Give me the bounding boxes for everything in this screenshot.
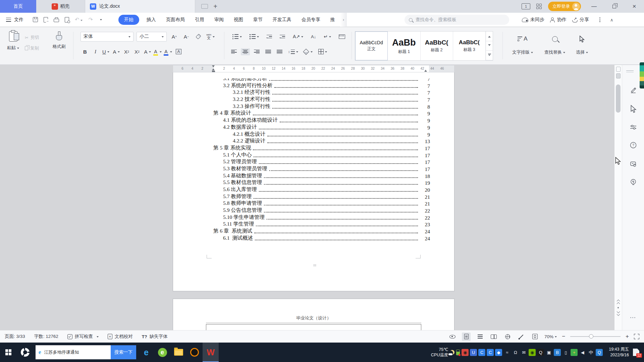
mail-icon[interactable]: ✉ — [520, 349, 527, 356]
style-option[interactable]: AaBbCcDd正文 — [355, 32, 388, 60]
proofread-button[interactable]: ✕文档校对 — [108, 334, 133, 340]
ie-browser-icon[interactable]: e — [138, 343, 154, 362]
distribute-button[interactable] — [275, 48, 284, 55]
web-view-button[interactable] — [503, 333, 512, 341]
find-replace-button[interactable]: 查找替换 — [539, 31, 570, 55]
align-left-button[interactable] — [229, 48, 238, 55]
ime-icon[interactable]: 中 — [587, 349, 594, 356]
save-icon[interactable] — [33, 17, 38, 22]
highlight-color-button[interactable]: A — [153, 47, 162, 57]
toc-entry[interactable]: 第 5 章 系统实现17 — [213, 144, 430, 152]
toc-entry[interactable]: 5.11 学生管理23 — [213, 221, 430, 228]
borders-button[interactable] — [317, 48, 329, 56]
sync-status[interactable]: 未同步 — [522, 17, 544, 23]
subscript-button[interactable]: X2 — [132, 47, 142, 57]
quick-style-pen-icon[interactable] — [629, 86, 638, 95]
qq-pinyin-icon[interactable]: Q — [596, 349, 603, 356]
line-spacing-button[interactable]: ↕ — [286, 48, 300, 55]
toc-entry[interactable]: 5.6 出入库管理20 — [213, 186, 430, 193]
text-effects-button[interactable]: A — [143, 47, 152, 57]
copy-button[interactable]: 复制 — [25, 45, 39, 51]
minimize-button[interactable]: — — [587, 0, 601, 13]
browser-360-safe-icon[interactable] — [17, 343, 34, 362]
sidebar-handle-icon[interactable] — [626, 70, 634, 72]
style-scroll-down-icon[interactable] — [486, 41, 493, 51]
character-border-button[interactable]: A — [174, 47, 183, 57]
usb-tool-icon[interactable]: U — [470, 349, 477, 356]
taskbar-clock[interactable]: 19:43 周五 2022/9/16 — [609, 347, 629, 358]
wps-writer-icon[interactable]: W — [203, 343, 219, 362]
toc-entry[interactable]: 6.1 测试概述24 — [213, 235, 430, 242]
toc-entry[interactable]: 5.8 教师申请管理21 — [213, 200, 430, 207]
style-option[interactable]: AaBb标题 1 — [388, 32, 420, 60]
next-page-icon[interactable] — [616, 313, 620, 316]
toc-entry[interactable]: 5.7 教师管理21 — [213, 193, 430, 200]
toc-entry[interactable]: 4.1 系统的总体功能设计9 — [213, 117, 430, 124]
tab-ruler-button[interactable] — [337, 33, 347, 40]
page-view-button[interactable] — [462, 333, 471, 341]
zoom-slider[interactable] — [570, 336, 621, 337]
toc-entry[interactable]: 3.2.1 经济可行性7 — [213, 89, 430, 96]
style-scroll-up-icon[interactable] — [486, 32, 493, 41]
feedback-icon[interactable] — [629, 160, 638, 168]
align-right-button[interactable] — [252, 48, 261, 55]
format-painter-button[interactable]: 格式刷 — [50, 31, 68, 50]
missing-font-button[interactable]: T?缺失字体 — [142, 334, 168, 340]
hanging-indent-marker[interactable] — [212, 67, 215, 70]
undo-icon[interactable]: ↶ — [75, 16, 83, 23]
tab-docer[interactable]: ” 稻壳 — [36, 0, 85, 13]
style-more-icon[interactable] — [486, 51, 493, 60]
style-option[interactable]: AaBbC(标题 3 — [453, 32, 486, 60]
toc-entry[interactable]: 4.2.2 逻辑设计13 — [213, 138, 430, 145]
health-shield-icon[interactable]: + — [571, 349, 578, 356]
toc-entry[interactable]: 3.1 系统的需求分析7 — [213, 78, 430, 82]
document-page-3[interactable]: 3.1 系统的需求分析73.2 系统的可行性分析73.2.1 经济可行性73.2… — [173, 72, 454, 291]
zoom-level-select[interactable]: 70% — [544, 334, 557, 339]
ribbon-tab-dev-tools[interactable]: 开发工具 — [268, 13, 297, 27]
toc-entry[interactable]: 5.9 公告信息管理22 — [213, 207, 430, 214]
zoom-slider-thumb[interactable] — [589, 334, 593, 339]
ribbon-tab-view[interactable]: 视图 — [229, 13, 248, 27]
scrollbar-thumb[interactable] — [616, 84, 621, 113]
ribbon-tab-references[interactable]: 引用 — [190, 13, 209, 27]
read-view-button[interactable] — [489, 333, 498, 341]
toc-entry[interactable]: 3.2.2 技术可行性7 — [213, 96, 430, 103]
print-icon[interactable] — [54, 19, 59, 22]
volume-icon[interactable]: ◀ — [579, 349, 586, 356]
word-count[interactable]: 字数: 12762 — [34, 334, 58, 340]
page-tool-icon[interactable] — [616, 67, 621, 72]
toc-entry[interactable]: 4.2 数据库设计9 — [213, 124, 430, 131]
start-button[interactable] — [0, 343, 17, 362]
bullet-list-button[interactable] — [231, 33, 244, 41]
toc-entry[interactable]: 3.2 系统的可行性分析7 — [213, 82, 430, 89]
eye-protection-button[interactable] — [448, 333, 457, 341]
previous-page-icon[interactable] — [616, 302, 620, 306]
battery-monitor-icon[interactable] — [456, 350, 460, 355]
print-preview-icon[interactable] — [65, 17, 69, 22]
more-options-icon[interactable] — [599, 17, 600, 22]
settings-sliders-icon[interactable] — [629, 123, 638, 131]
nvidia-settings-icon[interactable]: ◉ — [529, 349, 536, 356]
taskbar-search-box[interactable]: e 江苏多地停课通知 搜索一下 — [36, 345, 136, 359]
bold-button[interactable]: B — [80, 47, 90, 57]
toc-entry[interactable]: 5.10 学生申请管理22 — [213, 214, 430, 221]
file-explorer-icon[interactable] — [170, 343, 186, 362]
close-button[interactable]: × — [627, 0, 641, 13]
font-size-select[interactable]: 小二 — [137, 32, 167, 42]
zoom-in-button[interactable]: + — [626, 333, 629, 340]
cat-app-icon[interactable] — [186, 343, 203, 362]
toc-entry[interactable]: 第 4 章 系统设计9 — [213, 110, 430, 117]
decrease-font-button[interactable]: A− — [182, 32, 191, 42]
toc-entry[interactable]: 5.2 管理员管理17 — [213, 159, 430, 166]
efficiency-bulb-icon[interactable] — [629, 178, 638, 186]
paste-button[interactable]: 粘贴 — [5, 31, 21, 51]
file-menu[interactable]: 文件 — [6, 17, 23, 23]
notification-bell-icon[interactable]: Ω — [512, 349, 519, 356]
quick-access-caret-icon[interactable] — [100, 19, 102, 21]
underline-button[interactable]: U — [101, 47, 110, 57]
outline-view-button[interactable] — [476, 333, 484, 341]
ribbon-tab-sections[interactable]: 章节 — [248, 13, 268, 27]
strikethrough-button[interactable]: A — [112, 47, 121, 57]
qq-icon[interactable]: Q — [537, 349, 544, 356]
ink-button[interactable] — [517, 333, 526, 341]
